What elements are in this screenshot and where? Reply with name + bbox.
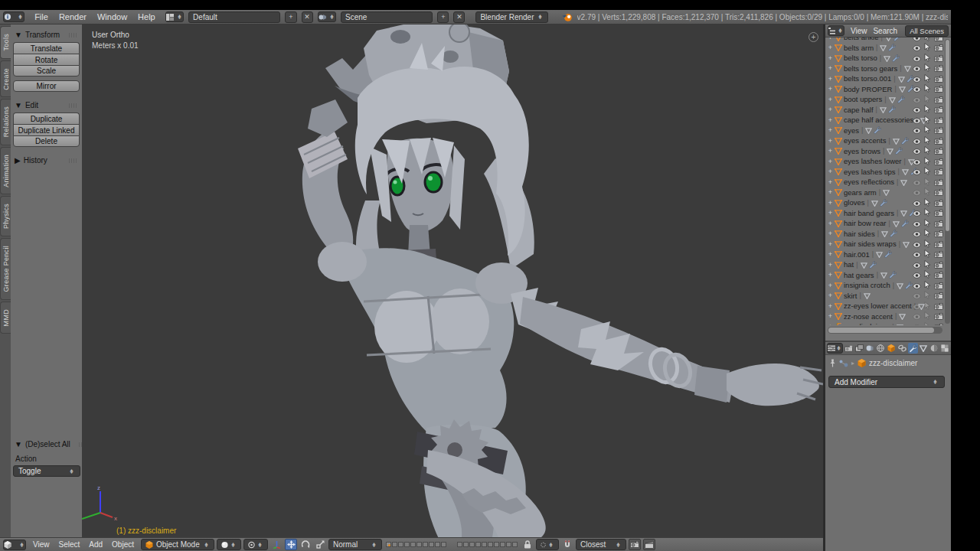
layer-cell[interactable] [392,542,397,547]
layer-cell[interactable] [463,542,469,547]
expand-icon[interactable]: + [828,158,833,165]
expand-icon[interactable]: + [828,220,833,227]
expand-icon[interactable]: + [828,44,833,51]
properties-tab-render-layers-icon[interactable] [854,343,864,354]
layer-cell[interactable] [386,542,391,547]
expand-icon[interactable]: + [828,147,833,155]
object-name[interactable]: belts torso gears [844,64,897,73]
properties-tab-data-icon[interactable] [919,343,929,354]
object-name[interactable]: zz-nose accent [844,312,893,321]
expand-icon[interactable]: + [828,250,833,258]
layer-cell[interactable] [494,542,499,547]
outliner-hscrollbar[interactable] [828,327,942,334]
panel-grip[interactable] [69,103,78,108]
shelf-tab-animation[interactable]: Animation [0,147,11,195]
layer-cell[interactable] [512,542,518,547]
region-expand-plus[interactable]: + [808,32,818,42]
object-name[interactable]: eyes [844,126,859,135]
layer-cell[interactable] [410,542,416,547]
object-name[interactable]: boot uppers [844,95,882,103]
selectability-cursor-icon[interactable] [924,320,931,325]
expand-icon[interactable]: + [828,188,833,196]
expand-icon[interactable]: + [828,178,833,186]
expand-icon[interactable]: + [828,230,833,237]
transform-panel-header[interactable]: ▼Transform [15,31,80,39]
expand-icon[interactable]: + [828,137,833,145]
expand-icon[interactable]: + [828,261,833,269]
manipulator-axis-icon[interactable] [270,539,283,550]
scene-icon-button[interactable]: ▲▼ [318,11,336,22]
shelf-tab-mmd[interactable]: MMD [0,302,11,334]
layer-grid-1[interactable] [386,542,446,547]
object-name[interactable]: eyes brows [844,147,880,155]
menu-help[interactable]: Help [132,12,161,21]
object-name[interactable]: belts ankle [844,37,878,41]
menu-window[interactable]: Window [92,12,132,21]
breadcrumb-object-name[interactable]: zzz-disclaimer [869,359,917,367]
expand-icon[interactable]: + [828,96,833,103]
layer-cell[interactable] [506,542,511,547]
menu-file[interactable]: File [29,12,54,21]
layer-cell[interactable] [398,542,403,547]
outliner-row[interactable]: +Fzzz-disclaimer| [825,321,945,325]
add-layout-button[interactable]: + [285,11,296,23]
editor-type-outliner-button[interactable]: ▲▼ [828,25,844,36]
object-name[interactable]: belts arm [844,44,874,52]
expand-icon[interactable]: + [828,292,833,299]
snap-target-select[interactable]: Closest ▲▼ [576,539,626,550]
layer-cell[interactable] [482,542,487,547]
expand-icon[interactable]: + [828,271,833,279]
viewport-menu-view[interactable]: View [28,540,54,549]
expand-icon[interactable]: + [828,168,833,175]
shelf-tab-relations[interactable]: Relations [0,99,11,145]
expand-icon[interactable]: + [828,37,833,41]
expand-icon[interactable]: + [828,54,833,62]
expand-icon[interactable]: + [828,64,833,72]
expand-icon[interactable]: + [828,199,833,207]
expand-icon[interactable]: + [828,302,833,310]
delete-layout-button[interactable]: ✕ [302,11,313,23]
shelf-tab-grease-pencil[interactable]: Grease Pencil [0,238,11,299]
layer-cell[interactable] [429,542,434,547]
object-name[interactable]: belts torso [844,54,877,62]
visibility-eye-icon[interactable] [913,320,921,325]
action-select[interactable]: Toggle ▲▼ [13,465,80,477]
layer-cell[interactable] [404,542,410,547]
properties-tab-scene-icon[interactable] [865,343,875,354]
editor-type-properties-button[interactable]: ▲▼ [827,343,843,354]
object-name[interactable]: gloves [844,198,864,207]
manipulator-rotate-button[interactable] [299,539,312,550]
object-name[interactable]: zzz-disclaimer [844,322,890,325]
expand-icon[interactable]: + [828,106,833,113]
edit-panel-header[interactable]: ▼Edit [15,101,80,109]
shelf-tab-create[interactable]: Create [0,60,11,98]
edit-duplicate-button[interactable]: Duplicate [13,112,80,124]
expand-icon[interactable]: + [828,126,833,134]
object-name[interactable]: skirt [844,292,857,300]
layer-cell[interactable] [416,542,422,547]
mirror-button[interactable]: Mirror [13,80,80,92]
screen-layout-name-field[interactable]: Default [188,11,280,23]
layer-cell[interactable] [457,542,462,547]
transform-scale-button[interactable]: Scale [13,65,80,77]
expand-icon[interactable]: + [828,312,833,320]
layer-grid-2[interactable] [457,542,518,547]
scene-name-field[interactable]: Scene [341,11,433,23]
properties-tab-texture-icon[interactable] [940,343,950,354]
viewport-menu-select[interactable]: Select [54,540,85,549]
history-panel-header[interactable]: ▶History [15,156,80,165]
object-name[interactable]: eyes lashes tips [844,168,896,176]
opengl-render-anim-button[interactable] [643,539,655,550]
object-name[interactable]: hair bow rear [844,219,886,227]
shelf-tab-tools[interactable]: Tools [0,26,11,59]
object-name[interactable]: cape half [844,106,874,114]
expand-icon[interactable]: + [828,85,833,93]
layer-cell[interactable] [423,542,428,547]
layer-cell[interactable] [475,542,481,547]
screen-layout-icon-button[interactable]: ▲▼ [165,11,184,22]
add-modifier-select[interactable]: Add Modifier ▲▼ [828,376,945,388]
viewport-menu-add[interactable]: Add [84,540,107,549]
properties-tab-constraints-icon[interactable] [897,343,907,354]
object-name[interactable]: hair sides [844,230,875,238]
add-scene-button[interactable]: + [437,11,449,23]
